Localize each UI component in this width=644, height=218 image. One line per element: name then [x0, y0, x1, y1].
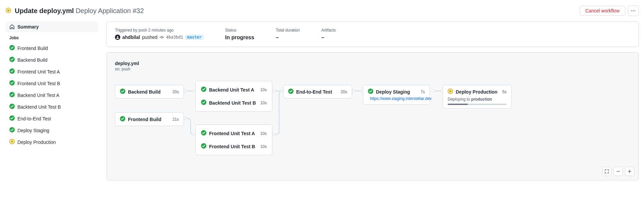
node-label: Backend Build [128, 89, 160, 95]
progress-icon [448, 89, 453, 95]
summary-card: Triggered by push 2 minutes ago ahdbilal… [107, 21, 639, 47]
success-icon [201, 87, 206, 93]
sidebar-jobs-heading: Jobs [5, 32, 99, 42]
sidebar-job-item[interactable]: Deploy Staging [5, 124, 99, 136]
node-frontend-build[interactable]: Frontend Build 21s [115, 112, 184, 126]
fullscreen-icon [604, 169, 609, 174]
sidebar-job-label: Frontend Unit Test B [17, 81, 60, 86]
artifacts-value: – [321, 35, 336, 41]
svg-point-26 [352, 90, 355, 92]
fullscreen-button[interactable] [602, 167, 611, 176]
success-icon [120, 116, 125, 122]
header-left: Update deploy.yml Deploy Application #32 [5, 7, 144, 15]
workflow-trigger: on: push [115, 67, 630, 71]
sidebar-job-label: Backtend Unit Test B [17, 104, 61, 110]
sidebar-job-label: Deploy Production [17, 140, 56, 145]
node-backend-test-b[interactable]: Backtend Unit Test B 10s [196, 96, 272, 109]
success-icon [9, 45, 15, 51]
success-icon [9, 57, 15, 63]
node-label: Frontend Unit Test B [209, 144, 255, 149]
node-label: Backend Unit Test A [209, 87, 254, 93]
svg-point-24 [272, 133, 275, 136]
sidebar-job-item[interactable]: Deploy Production [5, 136, 99, 148]
minus-icon [616, 169, 621, 174]
home-icon [9, 24, 15, 30]
commit-sha[interactable]: 4ba3bd1 [166, 35, 183, 40]
node-frontend-test-b[interactable]: Frontend Unit Test B 10s [196, 140, 272, 153]
sidebar-job-item[interactable]: Frontend Unit Test B [5, 77, 99, 89]
node-time: 10s [260, 144, 267, 149]
success-icon [9, 115, 15, 122]
node-backend-test-a[interactable]: Backend Unit Test A 10s [196, 83, 272, 96]
status-value: In progress [225, 35, 254, 41]
svg-point-22 [193, 133, 195, 136]
node-backend-build[interactable]: Backend Build 20s [115, 85, 184, 99]
svg-point-3 [633, 10, 634, 11]
success-icon [201, 130, 206, 137]
sidebar-job-item[interactable]: Backend Build [5, 54, 99, 66]
node-time: 21s [173, 117, 179, 122]
main-layout: Summary Jobs Frontend BuildBackend Build… [5, 21, 639, 180]
production-sub-prefix: Deploying to [448, 97, 471, 102]
node-e2e[interactable]: End-to-End Test 20s [283, 85, 352, 99]
node-group-backend-tests[interactable]: Backend Unit Test A 10s Backtend Unit Te… [195, 81, 272, 112]
sidebar-job-item[interactable]: Frontend Build [5, 42, 99, 54]
node-time: 10s [260, 88, 267, 92]
content-area: Triggered by push 2 minutes ago ahdbilal… [107, 21, 639, 180]
sidebar-summary[interactable]: Summary [5, 21, 99, 32]
branch-tag[interactable]: master [185, 35, 203, 40]
more-actions-button[interactable] [628, 5, 639, 16]
svg-point-14 [11, 141, 13, 143]
production-sub-bold: production [471, 97, 492, 102]
workflow-graph[interactable]: Backend Build 20s Frontend Build 21s Bac… [115, 85, 630, 172]
node-time: 5s [502, 90, 507, 94]
svg-point-39 [449, 90, 452, 93]
svg-point-28 [432, 90, 435, 92]
node-deploy-production[interactable]: Deploy Production 5s Deploying to produc… [443, 85, 512, 109]
node-label: Backtend Unit Test B [209, 100, 256, 106]
sidebar-job-item[interactable]: End-to-End Test [5, 113, 99, 124]
trigger-user[interactable]: ahdbilal [122, 35, 140, 40]
zoom-controls [602, 167, 634, 176]
node-time: 10s [260, 131, 267, 136]
sidebar-job-item[interactable]: Frontend Unit Test A [5, 66, 99, 77]
success-icon [9, 80, 15, 87]
sidebar-job-item[interactable]: Backend Unit Test A [5, 89, 99, 101]
node-label: End-to-End Test [296, 89, 332, 95]
svg-point-16 [161, 36, 163, 38]
success-icon [201, 100, 206, 106]
plus-icon [627, 169, 632, 174]
sidebar-jobs-list: Frontend BuildBackend BuildFrontend Unit… [5, 42, 99, 148]
sidebar-job-label: Backend Build [17, 57, 48, 63]
node-label: Frontend Unit Test A [209, 131, 255, 136]
sidebar-job-item[interactable]: Backtend Unit Test B [5, 101, 99, 113]
status-label: Status [225, 28, 254, 33]
node-deploy-staging[interactable]: Deploy Staging 7s https://www.staging.in… [363, 85, 430, 105]
node-label: Deploy Production [456, 89, 497, 95]
node-label: Frontend Build [128, 117, 162, 122]
title-sub: Deploy Application #32 [76, 7, 144, 14]
node-time: 7s [421, 90, 425, 94]
node-group-frontend-tests[interactable]: Frontend Unit Test A 10s Frontend Unit T… [195, 124, 272, 155]
success-icon [288, 89, 294, 95]
duration-col: Total duration – [276, 28, 300, 41]
staging-url-link[interactable]: https://www.staging.interstellar.dev [368, 96, 425, 101]
sidebar-job-label: Deploy Staging [17, 128, 49, 133]
svg-point-15 [117, 36, 118, 38]
node-time: 10s [260, 101, 267, 105]
duration-label: Total duration [276, 28, 300, 33]
kebab-icon [631, 8, 636, 13]
svg-point-19 [184, 90, 187, 92]
success-icon [9, 127, 15, 133]
staging-url-text: https://www.staging.interstellar.dev [370, 96, 432, 101]
commit-icon [159, 35, 164, 40]
svg-point-21 [184, 117, 187, 120]
svg-point-2 [631, 10, 632, 11]
cancel-workflow-button[interactable]: Cancel workflow [580, 6, 625, 16]
zoom-in-button[interactable] [625, 167, 634, 176]
trigger-label: Triggered by push 2 minutes ago [115, 28, 204, 33]
zoom-out-button[interactable] [614, 167, 623, 176]
header-actions: Cancel workflow [580, 5, 639, 16]
success-icon [9, 92, 15, 98]
node-frontend-test-a[interactable]: Frontend Unit Test A 10s [196, 127, 272, 140]
